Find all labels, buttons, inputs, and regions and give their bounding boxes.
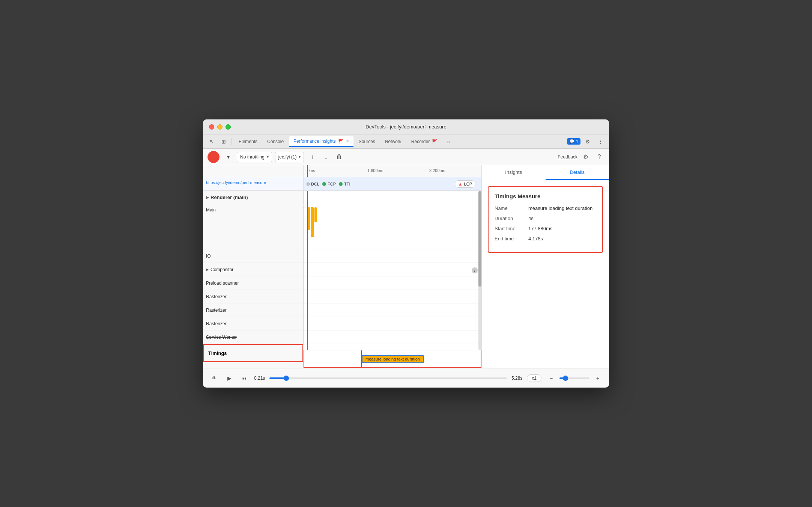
tab-console[interactable]: Console — [263, 136, 288, 147]
detail-row-name: Name measure loading text duration — [495, 205, 596, 211]
track-label-main: Main — [203, 204, 303, 249]
time-end-display: 5.28s — [511, 376, 522, 381]
tab-elements[interactable]: Elements — [234, 136, 262, 147]
toolbar-gear-icon: ⚙ — [583, 153, 588, 160]
detail-label-duration: Duration — [495, 216, 528, 221]
fcp-milestone: FCP — [322, 182, 336, 186]
compositor-expand-icon[interactable]: ▶ — [206, 267, 209, 272]
gear-icon: ⚙ — [585, 139, 590, 145]
screenshot-icon: 👁 — [212, 375, 217, 381]
service-worker-track — [304, 330, 481, 344]
tabbar: ↖ ⊞ Elements Console Performance insight… — [203, 134, 609, 149]
dcl-label: DCL — [311, 182, 319, 186]
maximize-button[interactable] — [226, 124, 231, 130]
io-track — [304, 249, 481, 263]
toolbar-gear-btn[interactable]: ⚙ — [580, 152, 591, 162]
tab-details[interactable]: Details — [546, 165, 609, 180]
help-btn[interactable]: ? — [594, 152, 604, 162]
tabbar-right: 💬 1 ⚙ ⋮ — [567, 136, 606, 147]
tab-network[interactable]: Network — [380, 136, 406, 147]
throttling-dropdown[interactable]: No throttling ▾ — [237, 152, 272, 162]
detail-row-end: End time 4.178s — [495, 236, 596, 241]
detail-value-end: 4.178s — [528, 236, 543, 241]
tab-sources[interactable]: Sources — [354, 136, 380, 147]
timings-track-label — [304, 350, 357, 367]
zoom-out-icon: − — [550, 375, 553, 381]
right-panel-tabs: Insights Details — [482, 165, 609, 180]
site-arrow-icon: ▾ — [299, 155, 301, 159]
timeline-scrubber[interactable] — [269, 377, 507, 379]
detail-value-duration: 4s — [528, 216, 534, 221]
details-card: Timings Measure Name measure loading tex… — [488, 186, 603, 253]
download-icon-btn[interactable]: ↓ — [320, 152, 331, 162]
close-button[interactable] — [209, 124, 214, 130]
titlebar: DevTools - jec.fyi/demo/perf-measure — [203, 119, 609, 134]
track-label-preload: Preload scanner — [203, 276, 303, 290]
track-label-rasterizer-3: Rasterizer — [203, 317, 303, 330]
record-dropdown-arrow[interactable]: ▾ — [223, 152, 234, 162]
zoom-in-btn[interactable]: + — [592, 373, 603, 383]
more-tabs-btn[interactable]: » — [443, 136, 454, 147]
download-icon: ↓ — [324, 154, 327, 160]
tab-performance-insights[interactable]: Performance insights 🚩 ✕ — [289, 136, 353, 147]
zoom-slider[interactable] — [559, 377, 589, 379]
chat-badge[interactable]: 💬 1 — [567, 138, 580, 145]
dcl-icon — [307, 183, 310, 186]
tab-recorder[interactable]: Recorder 🚩 — [407, 136, 442, 147]
zoom-slider-thumb[interactable] — [563, 376, 568, 381]
details-panel: Timings Measure Name measure loading tex… — [482, 180, 609, 259]
track-label-io: IO — [203, 249, 303, 263]
timing-bar[interactable]: measure loading text duration — [362, 355, 424, 363]
scrubber-thumb[interactable] — [284, 376, 289, 381]
tab-separator — [232, 138, 232, 145]
more-menu-icon: ⋮ — [598, 139, 603, 145]
skip-start-btn[interactable]: ⏮ — [239, 373, 250, 383]
upload-icon: ↑ — [311, 154, 314, 160]
record-button[interactable] — [208, 151, 220, 163]
detail-value-name: measure loading text duration — [528, 205, 592, 211]
feedback-link[interactable]: Feedback — [558, 154, 577, 160]
cursor-icon-btn[interactable]: ↖ — [206, 136, 217, 147]
minimize-button[interactable] — [217, 124, 223, 130]
zoom-out-btn[interactable]: − — [546, 373, 556, 383]
playhead-line — [307, 165, 308, 177]
upload-icon-btn[interactable]: ↑ — [307, 152, 317, 162]
tti-milestone: TTI — [339, 182, 350, 186]
zoom-level-badge: x1 — [527, 374, 541, 382]
cursor-icon: ↖ — [209, 139, 214, 145]
scrollbar-thumb[interactable] — [478, 191, 481, 287]
detail-row-start: Start time 177.886ms — [495, 226, 596, 231]
devtools-window: DevTools - jec.fyi/demo/perf-measure ↖ ⊞… — [203, 119, 609, 388]
layers-icon-btn[interactable]: ⊞ — [218, 136, 229, 147]
zoom-in-icon: + — [596, 375, 599, 381]
details-title: Timings Measure — [495, 193, 596, 199]
play-icon: ▶ — [227, 375, 232, 381]
flame-bar-3[interactable] — [314, 207, 317, 222]
renderer-expand-icon[interactable]: ▶ — [206, 195, 209, 199]
gear-icon-btn[interactable]: ⚙ — [582, 136, 593, 147]
perf-tab-label: Performance insights — [293, 139, 336, 144]
tab-insights[interactable]: Insights — [482, 165, 546, 180]
rasterizer-2-track-content — [304, 303, 481, 317]
rasterizer-1-track — [304, 290, 481, 303]
track-label-rasterizer-2: Rasterizer — [203, 303, 303, 317]
detail-label-start: Start time — [495, 226, 528, 231]
compositor-track-content — [304, 263, 481, 276]
time-start-display: 0.21s — [254, 376, 265, 381]
tti-label: TTI — [344, 182, 350, 186]
ruler-mark-1600: 1,600ms — [367, 168, 383, 173]
fcp-label: FCP — [328, 182, 336, 186]
track-label-renderer: ▶ Renderer (main) — [203, 191, 303, 204]
toolbar-right: Feedback ⚙ ? — [558, 152, 604, 162]
expand-right-btn[interactable]: › — [472, 267, 478, 273]
play-btn[interactable]: ▶ — [224, 373, 235, 383]
flame-bar-2[interactable] — [311, 207, 314, 237]
timeline-milestones: DCL FCP TTI ▲ LCP — [304, 177, 481, 191]
perf-tab-close[interactable]: ✕ — [346, 139, 349, 143]
more-menu-btn[interactable]: ⋮ — [595, 136, 606, 147]
site-dropdown[interactable]: jec.fyi (1) ▾ — [275, 152, 304, 162]
trash-icon-btn[interactable]: 🗑 — [334, 152, 344, 162]
screenshot-btn[interactable]: 👁 — [209, 373, 220, 383]
rasterizer-3-track — [304, 317, 481, 330]
main-track — [304, 204, 481, 249]
